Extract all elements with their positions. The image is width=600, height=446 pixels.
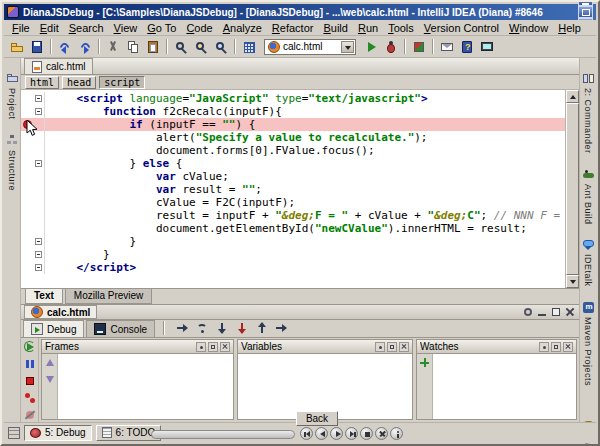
menu-code[interactable]: Code bbox=[181, 21, 217, 35]
breakpoint-icon[interactable] bbox=[23, 120, 32, 129]
toolwindow-button-5-debug[interactable]: 5: Debug bbox=[24, 425, 92, 441]
copy-button[interactable] bbox=[123, 37, 143, 56]
menu-analyze[interactable]: Analyze bbox=[218, 21, 267, 35]
gutter-fold-cell[interactable] bbox=[34, 235, 45, 248]
redo-button[interactable] bbox=[75, 37, 95, 56]
cut-button[interactable] bbox=[103, 37, 123, 56]
gutter-fold-cell[interactable] bbox=[34, 118, 45, 131]
coverage-button[interactable] bbox=[409, 37, 429, 56]
float-button[interactable] bbox=[551, 342, 561, 352]
replace-button[interactable] bbox=[191, 37, 211, 56]
mail-button[interactable] bbox=[437, 37, 457, 56]
gutter-breakpoint-cell[interactable] bbox=[21, 183, 34, 196]
menu-edit[interactable]: Edit bbox=[35, 21, 64, 35]
editor-view-tab-text[interactable]: Text bbox=[25, 289, 63, 304]
float-button[interactable] bbox=[550, 306, 562, 318]
pin-button[interactable] bbox=[375, 342, 385, 352]
pin-button[interactable] bbox=[196, 342, 206, 352]
gutter-fold-cell[interactable] bbox=[34, 209, 45, 222]
menu-run[interactable]: Run bbox=[353, 21, 383, 35]
toolwindow-button-project[interactable]: Project bbox=[4, 72, 20, 120]
back-button[interactable]: Back bbox=[296, 411, 338, 426]
debug-tab-debug[interactable]: Debug bbox=[23, 320, 84, 337]
gutter-fold-cell[interactable] bbox=[34, 170, 45, 183]
float-button[interactable] bbox=[208, 342, 218, 352]
playback-next-button[interactable] bbox=[345, 427, 358, 440]
close-button[interactable] bbox=[564, 306, 576, 318]
gutter-breakpoint-cell[interactable] bbox=[21, 118, 34, 131]
menu-refactor[interactable]: Refactor bbox=[267, 21, 319, 35]
toolwindow-button-structure[interactable]: Structure bbox=[4, 134, 20, 191]
scroll-up-arrow[interactable] bbox=[566, 90, 579, 103]
rerun-button[interactable] bbox=[22, 340, 38, 354]
gutter-breakpoint-cell[interactable] bbox=[21, 248, 34, 261]
pause-button[interactable] bbox=[22, 357, 38, 371]
settings-button[interactable] bbox=[522, 306, 534, 318]
fold-marker[interactable] bbox=[35, 108, 42, 115]
debug-tab-console[interactable]: Console bbox=[86, 320, 155, 337]
menu-help[interactable]: Help bbox=[553, 21, 586, 35]
panel-content[interactable] bbox=[238, 354, 412, 419]
fold-marker[interactable] bbox=[35, 238, 42, 245]
combo-dropdown-arrow[interactable] bbox=[341, 41, 354, 53]
frame-down-button[interactable] bbox=[43, 372, 57, 386]
gutter-fold-cell[interactable] bbox=[34, 183, 45, 196]
step-out-button[interactable] bbox=[253, 320, 271, 336]
paste-button[interactable] bbox=[143, 37, 163, 56]
panel-content[interactable] bbox=[58, 354, 233, 419]
gutter-fold-cell[interactable] bbox=[34, 157, 45, 170]
menu-file[interactable]: File bbox=[7, 21, 35, 35]
fold-marker[interactable] bbox=[35, 251, 42, 258]
playback-close-button[interactable] bbox=[375, 427, 388, 440]
title-bar[interactable]: DianaJSDebug - [C:\Samples\DianaJSDebug]… bbox=[4, 4, 596, 20]
gutter-breakpoint-cell[interactable] bbox=[21, 170, 34, 183]
close-button[interactable] bbox=[220, 342, 230, 352]
force-step-into-button[interactable] bbox=[233, 320, 251, 336]
gutter-breakpoint-cell[interactable] bbox=[21, 261, 34, 274]
undo-button[interactable] bbox=[55, 37, 75, 56]
gutter-fold-cell[interactable] bbox=[34, 105, 45, 118]
find-in-path-button[interactable] bbox=[211, 37, 231, 56]
toolwindow-button-2-commander[interactable]: 2: Commander bbox=[580, 72, 596, 154]
playback-stop-button[interactable] bbox=[360, 427, 373, 440]
scroll-down-arrow[interactable] bbox=[566, 275, 579, 288]
fold-marker[interactable] bbox=[35, 160, 42, 167]
gutter-fold-cell[interactable] bbox=[34, 222, 45, 235]
settings-grid-button[interactable] bbox=[239, 37, 259, 56]
open-button[interactable] bbox=[7, 37, 27, 56]
debug-session-tab[interactable]: calc.html bbox=[24, 305, 97, 319]
menu-window[interactable]: Window bbox=[504, 21, 553, 35]
scrollbar-thumb[interactable] bbox=[566, 103, 579, 275]
editor[interactable]: <script language="JavaScript" type="text… bbox=[21, 90, 579, 288]
editor-scrollbar[interactable] bbox=[565, 90, 579, 288]
gutter-breakpoint-cell[interactable] bbox=[21, 157, 34, 170]
float-button[interactable] bbox=[387, 342, 397, 352]
pin-button[interactable] bbox=[539, 342, 549, 352]
monitor-button[interactable] bbox=[477, 37, 497, 56]
playback-first-button[interactable] bbox=[300, 427, 313, 440]
view-breakpoints-button[interactable] bbox=[22, 391, 38, 405]
gutter-breakpoint-cell[interactable] bbox=[21, 196, 34, 209]
playback-prev-button[interactable] bbox=[315, 427, 328, 440]
gutter-breakpoint-cell[interactable] bbox=[21, 92, 34, 105]
tag-crumb-head[interactable]: head bbox=[62, 76, 96, 89]
gutter-fold-cell[interactable] bbox=[34, 131, 45, 144]
close-button[interactable] bbox=[563, 342, 573, 352]
find-button[interactable] bbox=[171, 37, 191, 56]
mute-breakpoints-button[interactable] bbox=[22, 408, 38, 422]
gutter-breakpoint-cell[interactable] bbox=[21, 235, 34, 248]
save-button[interactable] bbox=[27, 37, 47, 56]
minimize-button[interactable] bbox=[536, 306, 548, 318]
gutter-breakpoint-cell[interactable] bbox=[21, 144, 34, 157]
toolwindow-anchor-icon[interactable] bbox=[8, 427, 20, 439]
menu-search[interactable]: Search bbox=[64, 21, 109, 35]
debug-button[interactable] bbox=[381, 37, 401, 56]
panel-content[interactable] bbox=[433, 354, 576, 419]
gutter-fold-cell[interactable] bbox=[34, 92, 45, 105]
tag-crumb-html[interactable]: html bbox=[25, 76, 59, 89]
toolwindow-button-idetalk[interactable]: IDEtalk bbox=[580, 238, 596, 287]
gutter-fold-cell[interactable] bbox=[34, 144, 45, 157]
fold-marker[interactable] bbox=[35, 264, 42, 271]
menu-version-control[interactable]: Version Control bbox=[419, 21, 504, 35]
step-into-button[interactable] bbox=[213, 320, 231, 336]
